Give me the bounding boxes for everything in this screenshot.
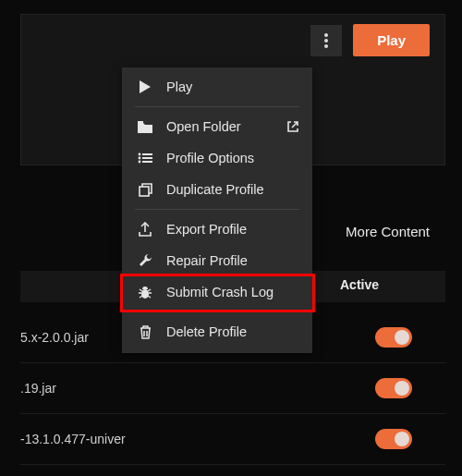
menu-item-open-folder[interactable]: Open Folder — [122, 111, 312, 142]
menu-label: Repair Profile — [166, 253, 248, 268]
list-icon — [137, 153, 153, 164]
bug-icon — [137, 286, 153, 299]
active-toggle[interactable] — [375, 327, 412, 348]
svg-point-7 — [139, 161, 141, 164]
file-row[interactable]: .19.jar — [20, 363, 445, 414]
menu-item-play[interactable]: Play — [122, 71, 312, 103]
menu-divider — [135, 311, 299, 312]
file-row[interactable]: -13.1.0.477-univer — [20, 414, 445, 465]
svg-rect-6 — [142, 157, 152, 159]
context-menu: Play Open Folder Profile Options Duplica… — [122, 67, 312, 353]
menu-item-duplicate[interactable]: Duplicate Profile — [122, 174, 312, 205]
menu-item-crash-log[interactable]: Submit Crash Log — [122, 276, 312, 308]
active-toggle[interactable] — [375, 429, 412, 449]
menu-label: Submit Crash Log — [166, 285, 274, 299]
svg-point-3 — [139, 153, 141, 156]
file-name: -13.1.0.477-univer — [20, 432, 126, 446]
menu-divider — [135, 106, 299, 107]
duplicate-icon — [137, 183, 153, 197]
external-icon — [286, 120, 299, 133]
play-icon — [137, 80, 153, 93]
play-button-label: Play — [377, 32, 406, 48]
more-content-link[interactable]: More Content — [346, 224, 430, 239]
export-icon — [137, 222, 153, 237]
menu-label: Open Folder — [166, 119, 241, 134]
svg-rect-4 — [142, 153, 152, 155]
active-toggle[interactable] — [375, 378, 412, 398]
kebab-button[interactable] — [310, 25, 342, 56]
svg-rect-9 — [140, 187, 149, 196]
folder-icon — [137, 121, 153, 133]
menu-item-profile-options[interactable]: Profile Options — [122, 142, 312, 174]
svg-rect-8 — [142, 161, 152, 163]
kebab-icon — [324, 33, 328, 48]
menu-label: Profile Options — [166, 151, 254, 165]
menu-label: Play — [166, 79, 192, 94]
svg-point-5 — [139, 157, 141, 160]
top-actions: Play — [310, 24, 430, 56]
wrench-icon — [137, 254, 153, 268]
svg-point-1 — [324, 39, 328, 43]
svg-point-0 — [324, 33, 328, 37]
file-name: .19.jar — [20, 381, 56, 396]
menu-item-repair[interactable]: Repair Profile — [122, 245, 312, 276]
file-name: 5.x-2.0.0.jar — [20, 330, 89, 345]
menu-label: Delete Profile — [166, 324, 247, 339]
active-column-header: Active — [340, 277, 379, 292]
play-button[interactable]: Play — [353, 24, 430, 56]
menu-label: Export Profile — [166, 222, 247, 237]
trash-icon — [137, 325, 153, 339]
menu-item-export[interactable]: Export Profile — [122, 214, 312, 245]
menu-item-delete[interactable]: Delete Profile — [122, 316, 312, 348]
menu-label: Duplicate Profile — [166, 182, 264, 197]
menu-divider — [135, 209, 299, 210]
svg-point-2 — [324, 44, 328, 48]
